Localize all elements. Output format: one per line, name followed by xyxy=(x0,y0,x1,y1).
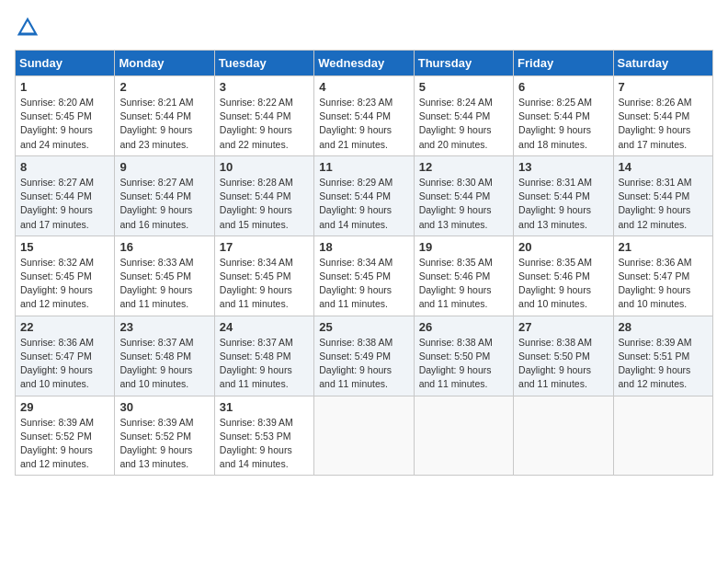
cell-info: Sunrise: 8:27 AMSunset: 5:44 PMDaylight:… xyxy=(20,177,94,230)
day-number: 28 xyxy=(619,320,708,334)
calendar-cell: 11Sunrise: 8:29 AMSunset: 5:44 PMDayligh… xyxy=(314,155,414,236)
calendar-cell xyxy=(613,396,712,476)
cell-info: Sunrise: 8:32 AMSunset: 5:45 PMDaylight:… xyxy=(20,257,94,310)
calendar-cell: 24Sunrise: 8:37 AMSunset: 5:48 PMDayligh… xyxy=(214,316,313,396)
calendar-cell: 26Sunrise: 8:38 AMSunset: 5:50 PMDayligh… xyxy=(414,316,513,396)
day-number: 15 xyxy=(20,240,109,254)
cell-info: Sunrise: 8:36 AMSunset: 5:47 PMDaylight:… xyxy=(619,257,692,310)
calendar-cell: 17Sunrise: 8:34 AMSunset: 5:45 PMDayligh… xyxy=(214,236,313,316)
day-number: 10 xyxy=(220,160,309,174)
calendar-cell: 19Sunrise: 8:35 AMSunset: 5:46 PMDayligh… xyxy=(414,236,513,316)
calendar-cell: 1Sunrise: 8:20 AMSunset: 5:45 PMDaylight… xyxy=(16,76,115,156)
calendar-cell: 6Sunrise: 8:25 AMSunset: 5:44 PMDaylight… xyxy=(514,76,613,156)
calendar-week-row: 8Sunrise: 8:27 AMSunset: 5:44 PMDaylight… xyxy=(16,155,713,236)
day-number: 8 xyxy=(20,160,109,174)
day-number: 6 xyxy=(518,80,608,94)
cell-info: Sunrise: 8:37 AMSunset: 5:48 PMDaylight:… xyxy=(220,337,293,390)
col-header-saturday: Saturday xyxy=(613,51,712,76)
cell-info: Sunrise: 8:29 AMSunset: 5:44 PMDaylight:… xyxy=(319,177,392,230)
day-number: 24 xyxy=(220,320,309,334)
cell-info: Sunrise: 8:38 AMSunset: 5:49 PMDaylight:… xyxy=(319,337,392,390)
cell-info: Sunrise: 8:39 AMSunset: 5:51 PMDaylight:… xyxy=(619,337,692,390)
calendar-cell: 31Sunrise: 8:39 AMSunset: 5:53 PMDayligh… xyxy=(214,396,313,476)
cell-info: Sunrise: 8:22 AMSunset: 5:44 PMDaylight:… xyxy=(220,97,293,150)
day-number: 27 xyxy=(518,320,608,334)
page-header xyxy=(15,15,713,40)
calendar-cell: 7Sunrise: 8:26 AMSunset: 5:44 PMDaylight… xyxy=(613,76,712,156)
day-number: 18 xyxy=(319,240,408,254)
cell-info: Sunrise: 8:31 AMSunset: 5:44 PMDaylight:… xyxy=(518,177,592,230)
cell-info: Sunrise: 8:31 AMSunset: 5:44 PMDaylight:… xyxy=(619,177,692,230)
day-number: 16 xyxy=(119,240,209,254)
cell-info: Sunrise: 8:30 AMSunset: 5:44 PMDaylight:… xyxy=(419,177,493,230)
calendar-cell: 18Sunrise: 8:34 AMSunset: 5:45 PMDayligh… xyxy=(314,236,414,316)
calendar-cell: 10Sunrise: 8:28 AMSunset: 5:44 PMDayligh… xyxy=(214,155,313,236)
calendar-cell: 13Sunrise: 8:31 AMSunset: 5:44 PMDayligh… xyxy=(514,155,613,236)
col-header-thursday: Thursday xyxy=(414,51,513,76)
cell-info: Sunrise: 8:20 AMSunset: 5:45 PMDaylight:… xyxy=(20,97,94,150)
calendar-week-row: 1Sunrise: 8:20 AMSunset: 5:45 PMDaylight… xyxy=(16,76,713,156)
calendar-cell: 25Sunrise: 8:38 AMSunset: 5:49 PMDayligh… xyxy=(314,316,414,396)
cell-info: Sunrise: 8:26 AMSunset: 5:44 PMDaylight:… xyxy=(619,97,692,150)
calendar-cell xyxy=(514,396,613,476)
calendar-cell: 12Sunrise: 8:30 AMSunset: 5:44 PMDayligh… xyxy=(414,155,513,236)
col-header-sunday: Sunday xyxy=(16,51,115,76)
day-number: 26 xyxy=(419,320,508,334)
cell-info: Sunrise: 8:27 AMSunset: 5:44 PMDaylight:… xyxy=(119,177,193,230)
day-number: 11 xyxy=(319,160,408,174)
calendar-cell: 4Sunrise: 8:23 AMSunset: 5:44 PMDaylight… xyxy=(314,76,414,156)
cell-info: Sunrise: 8:35 AMSunset: 5:46 PMDaylight:… xyxy=(518,257,592,310)
cell-info: Sunrise: 8:39 AMSunset: 5:53 PMDaylight:… xyxy=(220,417,293,470)
day-number: 30 xyxy=(119,400,209,414)
day-number: 23 xyxy=(119,320,209,334)
col-header-wednesday: Wednesday xyxy=(314,51,414,76)
calendar-week-row: 29Sunrise: 8:39 AMSunset: 5:52 PMDayligh… xyxy=(16,396,713,476)
cell-info: Sunrise: 8:34 AMSunset: 5:45 PMDaylight:… xyxy=(319,257,392,310)
calendar-header-row: SundayMondayTuesdayWednesdayThursdayFrid… xyxy=(16,51,713,76)
cell-info: Sunrise: 8:36 AMSunset: 5:47 PMDaylight:… xyxy=(20,337,94,390)
calendar-cell: 20Sunrise: 8:35 AMSunset: 5:46 PMDayligh… xyxy=(514,236,613,316)
calendar-cell: 14Sunrise: 8:31 AMSunset: 5:44 PMDayligh… xyxy=(613,155,712,236)
calendar-cell xyxy=(414,396,513,476)
day-number: 25 xyxy=(319,320,408,334)
col-header-friday: Friday xyxy=(514,51,613,76)
calendar-cell: 15Sunrise: 8:32 AMSunset: 5:45 PMDayligh… xyxy=(16,236,115,316)
cell-info: Sunrise: 8:23 AMSunset: 5:44 PMDaylight:… xyxy=(319,97,392,150)
day-number: 2 xyxy=(119,80,209,94)
col-header-tuesday: Tuesday xyxy=(214,51,313,76)
calendar-cell: 16Sunrise: 8:33 AMSunset: 5:45 PMDayligh… xyxy=(115,236,214,316)
calendar-cell: 23Sunrise: 8:37 AMSunset: 5:48 PMDayligh… xyxy=(115,316,214,396)
cell-info: Sunrise: 8:33 AMSunset: 5:45 PMDaylight:… xyxy=(119,257,193,310)
day-number: 3 xyxy=(220,80,309,94)
day-number: 13 xyxy=(518,160,608,174)
calendar-table: SundayMondayTuesdayWednesdayThursdayFrid… xyxy=(15,50,713,476)
calendar-cell: 28Sunrise: 8:39 AMSunset: 5:51 PMDayligh… xyxy=(613,316,712,396)
calendar-cell: 9Sunrise: 8:27 AMSunset: 5:44 PMDaylight… xyxy=(115,155,214,236)
day-number: 9 xyxy=(119,160,209,174)
calendar-week-row: 15Sunrise: 8:32 AMSunset: 5:45 PMDayligh… xyxy=(16,236,713,316)
logo xyxy=(15,15,46,40)
calendar-cell: 27Sunrise: 8:38 AMSunset: 5:50 PMDayligh… xyxy=(514,316,613,396)
cell-info: Sunrise: 8:38 AMSunset: 5:50 PMDaylight:… xyxy=(419,337,493,390)
cell-info: Sunrise: 8:38 AMSunset: 5:50 PMDaylight:… xyxy=(518,337,592,390)
cell-info: Sunrise: 8:37 AMSunset: 5:48 PMDaylight:… xyxy=(119,337,193,390)
cell-info: Sunrise: 8:39 AMSunset: 5:52 PMDaylight:… xyxy=(119,417,193,470)
cell-info: Sunrise: 8:25 AMSunset: 5:44 PMDaylight:… xyxy=(518,97,592,150)
day-number: 29 xyxy=(20,400,109,414)
col-header-monday: Monday xyxy=(115,51,214,76)
day-number: 1 xyxy=(20,80,109,94)
cell-info: Sunrise: 8:28 AMSunset: 5:44 PMDaylight:… xyxy=(220,177,293,230)
logo-icon xyxy=(15,15,40,40)
calendar-cell xyxy=(314,396,414,476)
calendar-cell: 5Sunrise: 8:24 AMSunset: 5:44 PMDaylight… xyxy=(414,76,513,156)
calendar-cell: 29Sunrise: 8:39 AMSunset: 5:52 PMDayligh… xyxy=(16,396,115,476)
cell-info: Sunrise: 8:39 AMSunset: 5:52 PMDaylight:… xyxy=(20,417,94,470)
calendar-cell: 22Sunrise: 8:36 AMSunset: 5:47 PMDayligh… xyxy=(16,316,115,396)
day-number: 21 xyxy=(619,240,708,254)
cell-info: Sunrise: 8:34 AMSunset: 5:45 PMDaylight:… xyxy=(220,257,293,310)
day-number: 22 xyxy=(20,320,109,334)
day-number: 12 xyxy=(419,160,508,174)
day-number: 31 xyxy=(220,400,309,414)
cell-info: Sunrise: 8:35 AMSunset: 5:46 PMDaylight:… xyxy=(419,257,493,310)
day-number: 17 xyxy=(220,240,309,254)
